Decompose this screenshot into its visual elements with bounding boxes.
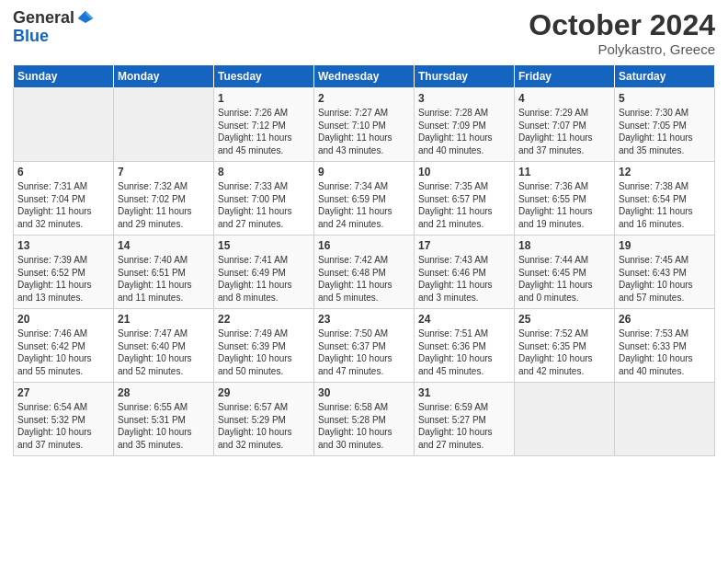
- cell-content: Sunrise: 7:28 AMSunset: 7:09 PMDaylight:…: [418, 107, 510, 156]
- cell-content: Sunrise: 7:49 AMSunset: 6:39 PMDaylight:…: [218, 327, 310, 377]
- header-day-wednesday: Wednesday: [314, 65, 415, 88]
- cell-content: Sunrise: 7:35 AMSunset: 6:57 PMDaylight:…: [418, 180, 510, 230]
- day-number: 31: [418, 386, 510, 399]
- cell-content: Sunrise: 7:47 AMSunset: 6:40 PMDaylight:…: [118, 327, 210, 377]
- day-number: 27: [17, 386, 109, 399]
- calendar-cell: 8Sunrise: 7:33 AMSunset: 7:00 PMDaylight…: [214, 162, 314, 236]
- calendar-cell: 21Sunrise: 7:47 AMSunset: 6:40 PMDayligh…: [114, 309, 214, 383]
- cell-content: Sunrise: 7:26 AMSunset: 7:12 PMDaylight:…: [218, 107, 310, 156]
- cell-content: Sunrise: 7:51 AMSunset: 6:36 PMDaylight:…: [418, 327, 510, 377]
- day-number: 12: [619, 166, 711, 178]
- calendar-cell: 28Sunrise: 6:55 AMSunset: 5:31 PMDayligh…: [114, 383, 214, 456]
- day-number: 2: [318, 92, 410, 105]
- day-number: 8: [218, 166, 310, 178]
- calendar-cell: 9Sunrise: 7:34 AMSunset: 6:59 PMDaylight…: [314, 162, 415, 236]
- day-number: 6: [17, 166, 109, 178]
- cell-content: Sunrise: 7:42 AMSunset: 6:48 PMDaylight:…: [318, 254, 410, 304]
- calendar-cell: 4Sunrise: 7:29 AMSunset: 7:07 PMDaylight…: [515, 88, 615, 162]
- calendar-cell: 20Sunrise: 7:46 AMSunset: 6:42 PMDayligh…: [14, 309, 114, 383]
- header-row: SundayMondayTuesdayWednesdayThursdayFrid…: [14, 65, 715, 88]
- calendar-cell: 3Sunrise: 7:28 AMSunset: 7:09 PMDaylight…: [415, 88, 515, 162]
- logo-blue: Blue: [13, 27, 49, 45]
- calendar-cell: 15Sunrise: 7:41 AMSunset: 6:49 PMDayligh…: [214, 236, 314, 309]
- title-block: October 2024 Polykastro, Greece: [529, 9, 715, 57]
- header: General Blue October 2024 Polykastro, Gr…: [13, 9, 715, 57]
- calendar-cell: [615, 383, 715, 456]
- day-number: 11: [518, 166, 610, 178]
- day-number: 17: [418, 239, 510, 252]
- cell-content: Sunrise: 7:53 AMSunset: 6:33 PMDaylight:…: [619, 327, 711, 377]
- calendar-cell: 30Sunrise: 6:58 AMSunset: 5:28 PMDayligh…: [314, 383, 415, 456]
- cell-content: Sunrise: 6:58 AMSunset: 5:28 PMDaylight:…: [318, 401, 410, 451]
- header-day-tuesday: Tuesday: [214, 65, 314, 88]
- calendar-cell: 17Sunrise: 7:43 AMSunset: 6:46 PMDayligh…: [415, 236, 515, 309]
- day-number: 9: [318, 166, 410, 178]
- calendar-cell: 27Sunrise: 6:54 AMSunset: 5:32 PMDayligh…: [14, 383, 114, 456]
- cell-content: Sunrise: 7:36 AMSunset: 6:55 PMDaylight:…: [518, 180, 610, 230]
- cell-content: Sunrise: 7:41 AMSunset: 6:49 PMDaylight:…: [218, 254, 310, 304]
- cell-content: Sunrise: 7:46 AMSunset: 6:42 PMDaylight:…: [17, 327, 109, 377]
- calendar-cell: 24Sunrise: 7:51 AMSunset: 6:36 PMDayligh…: [415, 309, 515, 383]
- day-number: 14: [118, 239, 210, 252]
- cell-content: Sunrise: 7:45 AMSunset: 6:43 PMDaylight:…: [619, 254, 711, 304]
- day-number: 10: [418, 166, 510, 178]
- calendar-cell: 26Sunrise: 7:53 AMSunset: 6:33 PMDayligh…: [615, 309, 715, 383]
- calendar-cell: [114, 88, 214, 162]
- calendar-cell: 19Sunrise: 7:45 AMSunset: 6:43 PMDayligh…: [615, 236, 715, 309]
- day-number: 30: [318, 386, 410, 399]
- cell-content: Sunrise: 7:34 AMSunset: 6:59 PMDaylight:…: [318, 180, 410, 230]
- calendar-table: SundayMondayTuesdayWednesdayThursdayFrid…: [13, 64, 715, 456]
- day-number: 20: [17, 313, 109, 326]
- calendar-cell: 6Sunrise: 7:31 AMSunset: 7:04 PMDaylight…: [14, 162, 114, 236]
- calendar-cell: 10Sunrise: 7:35 AMSunset: 6:57 PMDayligh…: [415, 162, 515, 236]
- cell-content: Sunrise: 7:52 AMSunset: 6:35 PMDaylight:…: [518, 327, 610, 377]
- day-number: 15: [218, 239, 310, 252]
- calendar-cell: 2Sunrise: 7:27 AMSunset: 7:10 PMDaylight…: [314, 88, 415, 162]
- day-number: 26: [619, 313, 711, 326]
- day-number: 1: [218, 92, 310, 105]
- header-day-friday: Friday: [515, 65, 615, 88]
- cell-content: Sunrise: 7:39 AMSunset: 6:52 PMDaylight:…: [17, 254, 109, 304]
- logo-icon: [76, 9, 95, 28]
- day-number: 23: [318, 313, 410, 326]
- calendar-cell: 16Sunrise: 7:42 AMSunset: 6:48 PMDayligh…: [314, 236, 415, 309]
- calendar-cell: [515, 383, 615, 456]
- cell-content: Sunrise: 7:31 AMSunset: 7:04 PMDaylight:…: [17, 180, 109, 230]
- cell-content: Sunrise: 7:40 AMSunset: 6:51 PMDaylight:…: [118, 254, 210, 304]
- day-number: 18: [518, 239, 610, 252]
- calendar-cell: 12Sunrise: 7:38 AMSunset: 6:54 PMDayligh…: [615, 162, 715, 236]
- cell-content: Sunrise: 7:33 AMSunset: 7:00 PMDaylight:…: [218, 180, 310, 230]
- header-day-saturday: Saturday: [615, 65, 715, 88]
- day-number: 29: [218, 386, 310, 399]
- calendar-cell: 29Sunrise: 6:57 AMSunset: 5:29 PMDayligh…: [214, 383, 314, 456]
- cell-content: Sunrise: 7:43 AMSunset: 6:46 PMDaylight:…: [418, 254, 510, 304]
- cell-content: Sunrise: 7:32 AMSunset: 7:02 PMDaylight:…: [118, 180, 210, 230]
- month-title: October 2024: [529, 9, 715, 41]
- cell-content: Sunrise: 7:29 AMSunset: 7:07 PMDaylight:…: [518, 107, 610, 156]
- calendar-cell: 11Sunrise: 7:36 AMSunset: 6:55 PMDayligh…: [515, 162, 615, 236]
- calendar-cell: 22Sunrise: 7:49 AMSunset: 6:39 PMDayligh…: [214, 309, 314, 383]
- cell-content: Sunrise: 6:59 AMSunset: 5:27 PMDaylight:…: [418, 401, 510, 451]
- logo-general: General: [13, 9, 74, 28]
- cell-content: Sunrise: 6:57 AMSunset: 5:29 PMDaylight:…: [218, 401, 310, 451]
- header-day-monday: Monday: [114, 65, 214, 88]
- calendar-cell: 31Sunrise: 6:59 AMSunset: 5:27 PMDayligh…: [415, 383, 515, 456]
- cell-content: Sunrise: 6:54 AMSunset: 5:32 PMDaylight:…: [17, 401, 109, 451]
- page: General Blue October 2024 Polykastro, Gr…: [0, 0, 728, 563]
- calendar-cell: 7Sunrise: 7:32 AMSunset: 7:02 PMDaylight…: [114, 162, 214, 236]
- cell-content: Sunrise: 7:44 AMSunset: 6:45 PMDaylight:…: [518, 254, 610, 304]
- week-row-3: 13Sunrise: 7:39 AMSunset: 6:52 PMDayligh…: [14, 236, 715, 309]
- calendar-cell: 1Sunrise: 7:26 AMSunset: 7:12 PMDaylight…: [214, 88, 314, 162]
- header-day-thursday: Thursday: [415, 65, 515, 88]
- calendar-cell: 13Sunrise: 7:39 AMSunset: 6:52 PMDayligh…: [14, 236, 114, 309]
- week-row-4: 20Sunrise: 7:46 AMSunset: 6:42 PMDayligh…: [14, 309, 715, 383]
- calendar-cell: 5Sunrise: 7:30 AMSunset: 7:05 PMDaylight…: [615, 88, 715, 162]
- day-number: 4: [518, 92, 610, 105]
- cell-content: Sunrise: 7:27 AMSunset: 7:10 PMDaylight:…: [318, 107, 410, 156]
- week-row-5: 27Sunrise: 6:54 AMSunset: 5:32 PMDayligh…: [14, 383, 715, 456]
- day-number: 13: [17, 239, 109, 252]
- calendar-cell: 25Sunrise: 7:52 AMSunset: 6:35 PMDayligh…: [515, 309, 615, 383]
- day-number: 22: [218, 313, 310, 326]
- location-title: Polykastro, Greece: [529, 41, 715, 57]
- cell-content: Sunrise: 7:50 AMSunset: 6:37 PMDaylight:…: [318, 327, 410, 377]
